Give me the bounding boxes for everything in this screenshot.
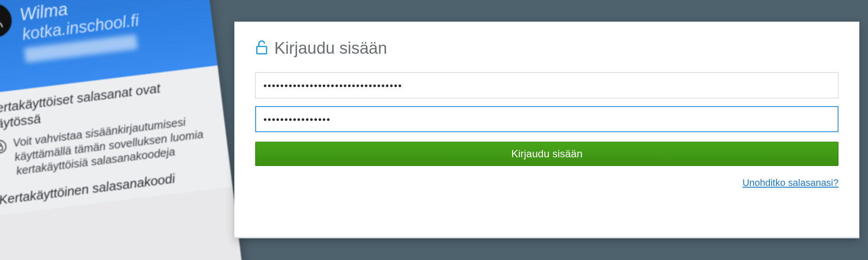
avatar bbox=[0, 2, 13, 39]
person-icon bbox=[0, 9, 6, 32]
svg-point-1 bbox=[0, 140, 7, 154]
forgot-password-link[interactable]: Unohditko salasanasi? bbox=[743, 177, 838, 188]
lock-open-icon bbox=[255, 40, 268, 57]
svg-rect-3 bbox=[257, 46, 267, 54]
phone-screenshot: Wilma kotka.inschool.fi Kertakäyttöiset … bbox=[0, 0, 245, 260]
password-input[interactable] bbox=[255, 106, 838, 132]
svg-rect-2 bbox=[0, 146, 3, 150]
phone-header-text: Wilma kotka.inschool.fi bbox=[18, 0, 142, 63]
login-card: Kirjaudu sisään Kirjaudu sisään Unohditk… bbox=[234, 22, 859, 238]
page-title: Kirjaudu sisään bbox=[274, 39, 387, 58]
username-input[interactable] bbox=[255, 72, 838, 98]
forgot-row: Unohditko salasanasi? bbox=[255, 177, 838, 188]
login-button[interactable]: Kirjaudu sisään bbox=[255, 142, 838, 166]
lock-icon bbox=[0, 139, 8, 155]
login-title-row: Kirjaudu sisään bbox=[255, 39, 838, 58]
phone-body: Kertakäyttöiset salasanat ovat käytössä … bbox=[0, 65, 233, 216]
